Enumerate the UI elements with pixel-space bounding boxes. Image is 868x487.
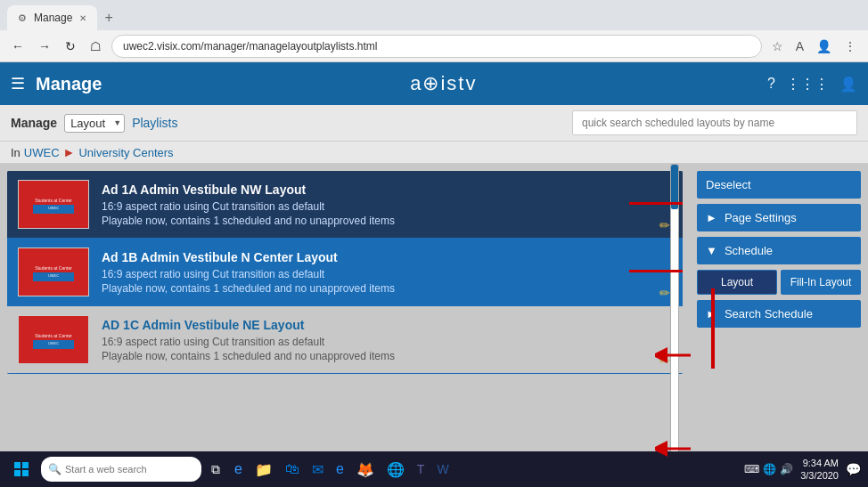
search-schedule-arrow-icon: ► (706, 307, 717, 321)
refresh-button[interactable]: ↻ (61, 36, 80, 57)
tab-favicon: ⚙ (18, 12, 27, 24)
layout-schedule-button[interactable]: Layout (697, 270, 777, 295)
breadcrumb-arrow-icon: ► (63, 145, 76, 159)
layout-thumbnail-2: Students at Center UWEC (18, 248, 89, 296)
taskbar-time[interactable]: 9:34 AM 3/3/2020 (800, 457, 839, 483)
firefox-icon[interactable]: 🦊 (352, 459, 379, 481)
edit-icon-1[interactable]: ✏ (659, 218, 670, 232)
layout-search-input[interactable] (572, 110, 857, 135)
schedule-button[interactable]: ▼ Schedule (697, 237, 861, 264)
layout-desc-2: 16:9 aspect ratio using Cut transition a… (102, 268, 672, 280)
app-header: ☰ Manage a⊕istv ? ⋮⋮⋮ 👤 (0, 62, 868, 105)
taskbar-search-input[interactable] (65, 464, 190, 475)
svg-rect-9 (14, 462, 20, 468)
back-button[interactable]: ← (7, 36, 29, 57)
thumb-image-3: Students at Center UWEC (19, 316, 88, 363)
layout-info-2: Ad 1B Admin Vestibule N Center Layout 16… (102, 250, 672, 295)
app-title: Manage (36, 74, 102, 94)
forward-button[interactable]: → (34, 36, 55, 57)
help-icon[interactable]: ? (767, 76, 775, 92)
home-button[interactable]: ☖ (86, 36, 106, 57)
nav-bar: ← → ↻ ☖ ☆ A 👤 ⋮ (0, 30, 868, 62)
taskbar-search-box[interactable]: 🔍 (41, 457, 201, 482)
layout-desc-1: 16:9 aspect ratio using Cut transition a… (102, 200, 672, 213)
scroll-thumb[interactable] (671, 165, 678, 209)
thumb-text-2: Students at Center UWEC (31, 262, 76, 283)
layout-info-3: AD 1C Admin Vestibule NE Layout 16:9 asp… (102, 318, 672, 362)
system-tray-icons: ⌨ 🌐 🔊 (744, 463, 793, 475)
breadcrumb-uwec[interactable]: UWEC (24, 146, 60, 159)
user-icon[interactable]: 👤 (839, 76, 857, 93)
bookmark-button[interactable]: ☆ (767, 37, 788, 56)
store-icon[interactable]: 🛍 (281, 459, 304, 481)
edge-icon[interactable]: e (230, 459, 247, 481)
tab-bar: ⚙ Manage ✕ + (0, 0, 868, 30)
layout-name-1: Ad 1A Admin Vestibule NW Layout (102, 183, 672, 197)
search-schedule-button[interactable]: ► Search Schedule (697, 300, 861, 328)
profile-icon[interactable]: 👤 (812, 37, 836, 56)
layout-status-2: Playable now, contains 1 scheduled and n… (102, 282, 672, 295)
taskbar-app-icons: e 📁 🛍 ✉ e 🦊 🌐 T W (230, 459, 739, 481)
acrobat-icon[interactable]: A (791, 37, 808, 56)
edit-icon-3[interactable]: ✏ (659, 353, 670, 368)
thumb-text-1: Students at Center UWEC (31, 194, 76, 215)
deselect-button[interactable]: Deselect (697, 171, 861, 199)
tab-close-button[interactable]: ✕ (79, 13, 86, 23)
date-display: 3/3/2020 (800, 469, 839, 482)
layout-thumbnail-1: Students at Center UWEC (18, 180, 89, 229)
table-row[interactable]: Students at Center UWEC Ad 1A Admin Vest… (7, 171, 683, 239)
word-icon[interactable]: W (432, 459, 453, 481)
keyboard-icon[interactable]: ⌨ (744, 463, 759, 475)
page-settings-label: Page Settings (725, 211, 797, 224)
schedule-buttons-row: Layout Fill-In Layout (697, 270, 861, 295)
svg-rect-12 (22, 470, 29, 476)
layout-thumbnail-3: Students at Center UWEC (18, 315, 89, 364)
page-settings-button[interactable]: ► Page Settings (697, 204, 861, 231)
fill-in-layout-button[interactable]: Fill-In Layout (781, 270, 861, 295)
time-display: 9:34 AM (800, 457, 839, 469)
layout-dropdown[interactable]: Layout (64, 114, 125, 133)
tab-title: Manage (34, 12, 72, 24)
mail-icon[interactable]: ✉ (307, 459, 328, 481)
svg-rect-10 (22, 462, 29, 468)
windows-icon (14, 462, 29, 476)
sub-header: Manage Layout Playlists (0, 105, 868, 142)
manage-label: Manage (11, 116, 57, 130)
layout-name-3: AD 1C Admin Vestibule NE Layout (102, 318, 672, 332)
chrome-icon[interactable]: 🌐 (382, 459, 409, 481)
nav-icon-group: ☆ A 👤 ⋮ (767, 37, 861, 56)
layout-status-3: Playable now, contains 1 scheduled and n… (102, 350, 672, 362)
playlists-link[interactable]: Playlists (132, 116, 177, 130)
layout-desc-3: 16:9 aspect ratio using Cut transition a… (102, 336, 672, 348)
table-row[interactable]: Students at Center UWEC Ad 1B Admin Vest… (7, 239, 683, 306)
ie-icon[interactable]: e (332, 459, 348, 481)
taskbar-search-icon: 🔍 (48, 463, 61, 475)
start-button[interactable] (7, 459, 36, 480)
volume-icon[interactable]: 🔊 (780, 463, 793, 475)
breadcrumb-university-centers[interactable]: University Centers (78, 146, 173, 159)
grid-icon[interactable]: ⋮⋮⋮ (786, 76, 829, 93)
main-content: Students at Center UWEC Ad 1A Admin Vest… (0, 164, 868, 467)
scrollbar[interactable] (670, 164, 679, 458)
thumb-image-1: Students at Center UWEC (19, 181, 88, 228)
layout-dropdown-wrapper[interactable]: Layout (64, 114, 125, 133)
active-tab[interactable]: ⚙ Manage ✕ (7, 5, 97, 30)
hamburger-icon[interactable]: ☰ (11, 74, 25, 93)
table-row[interactable]: Students at Center UWEC AD 1C Admin Vest… (7, 306, 683, 374)
menu-button[interactable]: ⋮ (839, 37, 861, 56)
network-icon[interactable]: 🌐 (763, 463, 776, 475)
notification-icon[interactable]: 💬 (846, 462, 861, 476)
breadcrumb-in: In (11, 146, 20, 159)
teams-icon[interactable]: T (413, 459, 430, 481)
app-logo: a⊕istv (119, 72, 767, 95)
explorer-icon[interactable]: 📁 (250, 459, 277, 481)
layout-list-wrapper: Students at Center UWEC Ad 1A Admin Vest… (0, 164, 690, 467)
svg-rect-11 (14, 470, 20, 476)
task-view-button[interactable]: ⧉ (207, 459, 225, 480)
address-bar[interactable] (111, 35, 762, 58)
layout-list: Students at Center UWEC Ad 1A Admin Vest… (7, 171, 683, 374)
edit-icon-2[interactable]: ✏ (659, 286, 670, 300)
thumb-text-3: Students at Center UWEC (31, 329, 76, 351)
new-tab-button[interactable]: + (97, 6, 119, 29)
search-schedule-label: Search Schedule (725, 307, 813, 321)
